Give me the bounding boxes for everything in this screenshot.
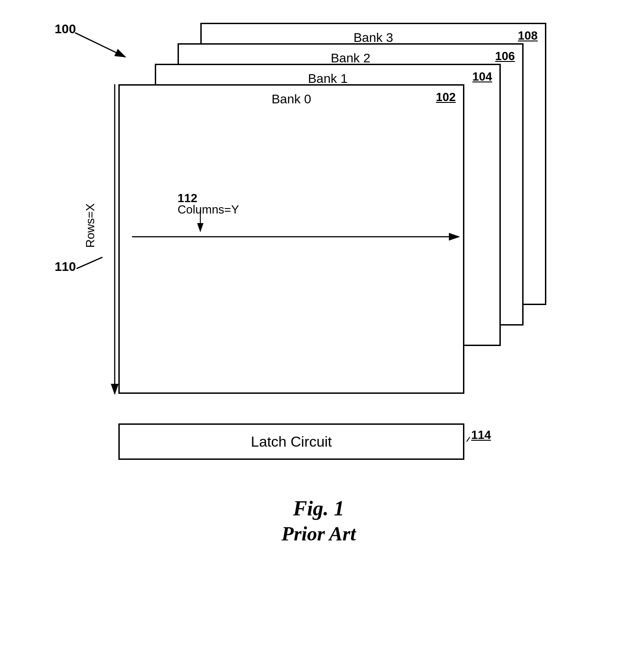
columns-label: Columns=Y [178, 203, 239, 217]
bank3-ref: 108 [518, 29, 538, 43]
svg-line-2 [75, 33, 125, 57]
ref-114-label: 114 [471, 428, 491, 442]
latch-circuit-box: Latch Circuit [118, 423, 464, 460]
svg-line-7 [467, 437, 470, 442]
ref-110-label: 110 [55, 260, 76, 274]
svg-line-4 [76, 257, 102, 269]
latch-circuit-label: Latch Circuit [251, 433, 332, 450]
figure-caption: Fig. 1 Prior Art [27, 496, 610, 545]
bank2-ref: 106 [495, 49, 515, 63]
ref-100-label: 100 [55, 22, 76, 36]
bank0-label: Bank 0 [271, 92, 311, 107]
rows-label: Rows=X [83, 204, 97, 248]
fig-title: Fig. 1 [27, 496, 610, 520]
bank0-ref: 102 [436, 90, 456, 104]
fig-subtitle: Prior Art [27, 522, 610, 545]
bank1-ref: 104 [473, 70, 492, 84]
bank0-box: Bank 0 102 [118, 84, 464, 394]
